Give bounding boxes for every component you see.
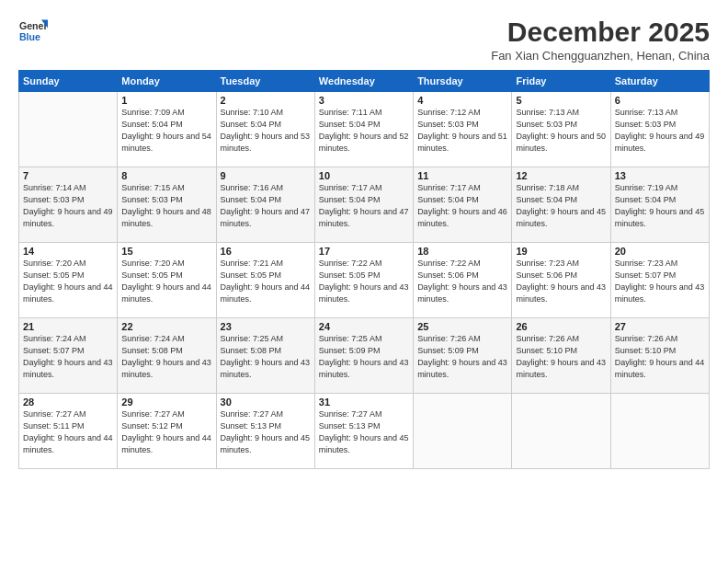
cell-info: Sunrise: 7:25 AMSunset: 5:09 PMDaylight:… bbox=[319, 333, 409, 381]
cell-info: Sunrise: 7:27 AMSunset: 5:12 PMDaylight:… bbox=[121, 408, 211, 456]
day-number: 12 bbox=[516, 170, 606, 181]
day-cell: 27Sunrise: 7:26 AMSunset: 5:10 PMDayligh… bbox=[610, 318, 709, 394]
week-row-4: 21Sunrise: 7:24 AMSunset: 5:07 PMDayligh… bbox=[19, 318, 710, 394]
cell-info: Sunrise: 7:23 AMSunset: 5:06 PMDaylight:… bbox=[516, 258, 606, 305]
header: General Blue December 2025 Fan Xian Chen… bbox=[18, 17, 710, 63]
day-cell: 17Sunrise: 7:22 AMSunset: 5:05 PMDayligh… bbox=[314, 243, 413, 318]
day-cell: 3Sunrise: 7:11 AMSunset: 5:04 PMDaylight… bbox=[314, 92, 413, 167]
day-number: 19 bbox=[516, 246, 606, 257]
cell-info: Sunrise: 7:27 AMSunset: 5:13 PMDaylight:… bbox=[221, 408, 311, 456]
cell-info: Sunrise: 7:17 AMSunset: 5:04 PMDaylight:… bbox=[417, 182, 507, 230]
day-number: 24 bbox=[319, 321, 409, 332]
day-cell: 7Sunrise: 7:14 AMSunset: 5:03 PMDaylight… bbox=[19, 167, 118, 243]
day-cell: 19Sunrise: 7:23 AMSunset: 5:06 PMDayligh… bbox=[512, 243, 610, 318]
day-number: 29 bbox=[121, 396, 211, 408]
day-cell: 5Sunrise: 7:13 AMSunset: 5:03 PMDaylight… bbox=[512, 92, 610, 167]
header-cell-thursday: Thursday bbox=[414, 71, 512, 92]
cell-info: Sunrise: 7:16 AMSunset: 5:04 PMDaylight:… bbox=[221, 182, 311, 230]
header-cell-monday: Monday bbox=[118, 71, 216, 92]
cell-info: Sunrise: 7:24 AMSunset: 5:07 PMDaylight:… bbox=[23, 333, 113, 381]
cell-info: Sunrise: 7:15 AMSunset: 5:03 PMDaylight:… bbox=[121, 182, 211, 230]
cell-info: Sunrise: 7:09 AMSunset: 5:04 PMDaylight:… bbox=[121, 107, 211, 155]
day-cell: 29Sunrise: 7:27 AMSunset: 5:12 PMDayligh… bbox=[118, 394, 216, 469]
cell-info: Sunrise: 7:12 AMSunset: 5:03 PMDaylight:… bbox=[417, 107, 507, 155]
title-block: December 2025 Fan Xian Chengguanzhen, He… bbox=[491, 17, 710, 63]
week-row-1: 1Sunrise: 7:09 AMSunset: 5:04 PMDaylight… bbox=[19, 92, 710, 167]
day-cell: 21Sunrise: 7:24 AMSunset: 5:07 PMDayligh… bbox=[19, 318, 118, 394]
day-cell: 23Sunrise: 7:25 AMSunset: 5:08 PMDayligh… bbox=[216, 318, 314, 394]
day-number: 25 bbox=[417, 321, 507, 332]
day-number: 3 bbox=[319, 95, 409, 106]
day-cell bbox=[19, 92, 118, 167]
cell-info: Sunrise: 7:13 AMSunset: 5:03 PMDaylight:… bbox=[516, 107, 606, 155]
day-cell: 11Sunrise: 7:17 AMSunset: 5:04 PMDayligh… bbox=[414, 167, 512, 243]
cell-info: Sunrise: 7:19 AMSunset: 5:04 PMDaylight:… bbox=[615, 182, 705, 230]
day-cell: 20Sunrise: 7:23 AMSunset: 5:07 PMDayligh… bbox=[610, 243, 709, 318]
day-number: 28 bbox=[23, 396, 113, 408]
day-cell: 12Sunrise: 7:18 AMSunset: 5:04 PMDayligh… bbox=[512, 167, 610, 243]
week-row-5: 28Sunrise: 7:27 AMSunset: 5:11 PMDayligh… bbox=[19, 394, 710, 469]
cell-info: Sunrise: 7:27 AMSunset: 5:13 PMDaylight:… bbox=[319, 408, 409, 456]
month-title: December 2025 bbox=[491, 17, 710, 47]
day-number: 18 bbox=[417, 246, 507, 257]
cell-info: Sunrise: 7:26 AMSunset: 5:10 PMDaylight:… bbox=[615, 333, 705, 381]
day-number: 6 bbox=[615, 95, 705, 106]
cell-info: Sunrise: 7:10 AMSunset: 5:04 PMDaylight:… bbox=[221, 107, 311, 155]
cell-info: Sunrise: 7:23 AMSunset: 5:07 PMDaylight:… bbox=[615, 258, 705, 305]
day-number: 8 bbox=[121, 170, 211, 181]
day-number: 23 bbox=[221, 321, 311, 332]
day-cell: 10Sunrise: 7:17 AMSunset: 5:04 PMDayligh… bbox=[314, 167, 413, 243]
day-number: 17 bbox=[319, 246, 409, 257]
header-cell-friday: Friday bbox=[512, 71, 610, 92]
day-number: 11 bbox=[417, 170, 507, 181]
day-number: 21 bbox=[23, 321, 113, 332]
header-cell-wednesday: Wednesday bbox=[314, 71, 413, 92]
day-cell: 14Sunrise: 7:20 AMSunset: 5:05 PMDayligh… bbox=[19, 243, 118, 318]
cell-info: Sunrise: 7:13 AMSunset: 5:03 PMDaylight:… bbox=[615, 107, 705, 155]
day-cell: 30Sunrise: 7:27 AMSunset: 5:13 PMDayligh… bbox=[216, 394, 314, 469]
day-cell bbox=[512, 394, 610, 469]
day-cell: 9Sunrise: 7:16 AMSunset: 5:04 PMDaylight… bbox=[216, 167, 314, 243]
calendar-table: SundayMondayTuesdayWednesdayThursdayFrid… bbox=[18, 70, 710, 469]
day-number: 27 bbox=[615, 321, 705, 332]
header-row: SundayMondayTuesdayWednesdayThursdayFrid… bbox=[19, 71, 710, 92]
cell-info: Sunrise: 7:18 AMSunset: 5:04 PMDaylight:… bbox=[516, 182, 606, 230]
day-cell: 4Sunrise: 7:12 AMSunset: 5:03 PMDaylight… bbox=[414, 92, 512, 167]
day-cell: 26Sunrise: 7:26 AMSunset: 5:10 PMDayligh… bbox=[512, 318, 610, 394]
cell-info: Sunrise: 7:21 AMSunset: 5:05 PMDaylight:… bbox=[221, 258, 311, 305]
cell-info: Sunrise: 7:25 AMSunset: 5:08 PMDaylight:… bbox=[221, 333, 311, 381]
header-cell-sunday: Sunday bbox=[19, 71, 118, 92]
day-cell: 6Sunrise: 7:13 AMSunset: 5:03 PMDaylight… bbox=[610, 92, 709, 167]
day-cell: 13Sunrise: 7:19 AMSunset: 5:04 PMDayligh… bbox=[610, 167, 709, 243]
cell-info: Sunrise: 7:20 AMSunset: 5:05 PMDaylight:… bbox=[23, 258, 113, 305]
calendar-page: General Blue December 2025 Fan Xian Chen… bbox=[0, 0, 728, 563]
day-number: 16 bbox=[221, 246, 311, 257]
cell-info: Sunrise: 7:20 AMSunset: 5:05 PMDaylight:… bbox=[121, 258, 211, 305]
svg-text:Blue: Blue bbox=[19, 31, 40, 42]
cell-info: Sunrise: 7:24 AMSunset: 5:08 PMDaylight:… bbox=[121, 333, 211, 381]
cell-info: Sunrise: 7:17 AMSunset: 5:04 PMDaylight:… bbox=[319, 182, 409, 230]
day-number: 13 bbox=[615, 170, 705, 181]
week-row-2: 7Sunrise: 7:14 AMSunset: 5:03 PMDaylight… bbox=[19, 167, 710, 243]
cell-info: Sunrise: 7:11 AMSunset: 5:04 PMDaylight:… bbox=[319, 107, 409, 155]
header-cell-saturday: Saturday bbox=[610, 71, 709, 92]
day-cell: 28Sunrise: 7:27 AMSunset: 5:11 PMDayligh… bbox=[19, 394, 118, 469]
day-cell: 8Sunrise: 7:15 AMSunset: 5:03 PMDaylight… bbox=[118, 167, 216, 243]
day-number: 26 bbox=[516, 321, 606, 332]
day-cell: 1Sunrise: 7:09 AMSunset: 5:04 PMDaylight… bbox=[118, 92, 216, 167]
day-number: 9 bbox=[221, 170, 311, 181]
day-cell: 2Sunrise: 7:10 AMSunset: 5:04 PMDaylight… bbox=[216, 92, 314, 167]
day-cell: 24Sunrise: 7:25 AMSunset: 5:09 PMDayligh… bbox=[314, 318, 413, 394]
day-number: 31 bbox=[319, 396, 409, 408]
day-number: 7 bbox=[23, 170, 113, 181]
day-cell: 31Sunrise: 7:27 AMSunset: 5:13 PMDayligh… bbox=[314, 394, 413, 469]
day-number: 4 bbox=[417, 95, 507, 106]
day-number: 5 bbox=[516, 95, 606, 106]
logo: General Blue bbox=[18, 17, 50, 46]
week-row-3: 14Sunrise: 7:20 AMSunset: 5:05 PMDayligh… bbox=[19, 243, 710, 318]
day-cell: 25Sunrise: 7:26 AMSunset: 5:09 PMDayligh… bbox=[414, 318, 512, 394]
cell-info: Sunrise: 7:22 AMSunset: 5:05 PMDaylight:… bbox=[319, 258, 409, 305]
day-cell: 18Sunrise: 7:22 AMSunset: 5:06 PMDayligh… bbox=[414, 243, 512, 318]
cell-info: Sunrise: 7:26 AMSunset: 5:09 PMDaylight:… bbox=[417, 333, 507, 381]
day-cell bbox=[610, 394, 709, 469]
